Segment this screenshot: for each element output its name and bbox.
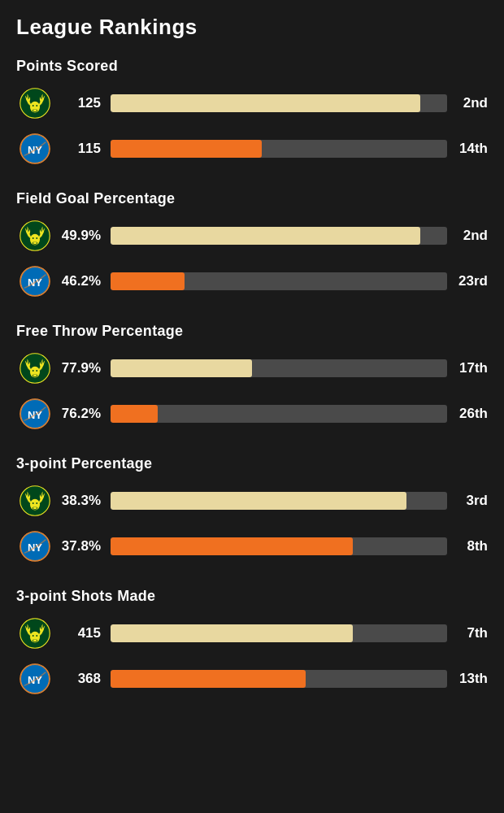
stat-bar-background xyxy=(111,624,447,642)
section-title-fg-pct: Field Goal Percentage xyxy=(16,190,488,207)
section-title-3pt-pct: 3-point Percentage xyxy=(16,455,488,472)
stat-bar-background xyxy=(111,492,447,510)
table-row: 38.3%3rd xyxy=(16,482,488,520)
svg-point-22 xyxy=(33,370,34,372)
rank-label: 2nd xyxy=(457,95,488,111)
team-stat-value: 125 xyxy=(54,95,101,111)
rank-label: 13th xyxy=(457,671,488,687)
table-row: NY 36813th xyxy=(16,660,488,698)
section-title-3pt-made: 3-point Shots Made xyxy=(16,588,488,605)
section-ft-pct: Free Throw Percentage 77.9%17th NY xyxy=(16,323,488,433)
svg-point-31 xyxy=(33,502,34,504)
stat-bar-fill xyxy=(111,359,252,377)
team-stat-value: 46.2% xyxy=(54,273,101,289)
svg-point-23 xyxy=(36,370,37,372)
knicks-logo-icon: NY xyxy=(16,528,54,565)
bucks-logo-icon xyxy=(16,217,54,254)
svg-point-5 xyxy=(36,105,37,107)
stat-bar-background xyxy=(111,227,447,245)
rank-label: 26th xyxy=(457,406,488,422)
section-points-scored: Points Scored 1252nd NY xyxy=(16,58,488,167)
knicks-logo-icon: NY xyxy=(16,263,54,300)
bucks-logo-icon xyxy=(16,615,54,652)
bucks-logo-icon xyxy=(16,482,54,520)
sections-container: Points Scored 1252nd NY xyxy=(16,58,488,698)
stat-bar-background xyxy=(111,94,447,112)
team-stat-value: 77.9% xyxy=(54,360,101,376)
stat-bar-fill xyxy=(111,272,185,290)
svg-point-13 xyxy=(33,237,34,239)
table-row: NY 11514th xyxy=(16,130,488,167)
knicks-logo-icon: NY xyxy=(16,130,54,167)
stat-bar-background xyxy=(111,405,447,423)
bucks-logo-icon xyxy=(16,350,54,387)
stat-bar-fill xyxy=(111,492,406,510)
svg-point-12 xyxy=(33,241,37,244)
team-stat-value: 115 xyxy=(54,141,101,157)
svg-point-41 xyxy=(36,635,37,637)
stat-bar-fill xyxy=(111,537,353,555)
team-stat-value: 76.2% xyxy=(54,406,101,422)
table-row: NY 37.8%8th xyxy=(16,528,488,565)
table-row: NY 46.2%23rd xyxy=(16,263,488,300)
rank-label: 7th xyxy=(457,625,488,641)
svg-point-39 xyxy=(33,639,37,641)
team-stat-value: 368 xyxy=(54,671,101,687)
team-stat-value: 415 xyxy=(54,625,101,641)
rank-label: 2nd xyxy=(457,228,488,244)
svg-point-30 xyxy=(33,506,37,509)
team-stat-value: 38.3% xyxy=(54,493,101,509)
rank-label: 14th xyxy=(457,141,488,157)
stat-bar-fill xyxy=(111,670,306,688)
section-title-ft-pct: Free Throw Percentage xyxy=(16,323,488,340)
stat-bar-fill xyxy=(111,405,158,423)
knicks-logo-icon: NY xyxy=(16,660,54,698)
section-3pt-pct: 3-point Percentage 38.3%3rd NY xyxy=(16,455,488,565)
table-row: 1252nd xyxy=(16,85,488,122)
bucks-logo-icon xyxy=(16,85,54,122)
table-row: NY 76.2%26th xyxy=(16,395,488,433)
team-stat-value: 37.8% xyxy=(54,538,101,554)
rank-label: 8th xyxy=(457,538,488,554)
rank-label: 17th xyxy=(457,360,488,376)
stat-bar-fill xyxy=(111,227,420,245)
svg-point-4 xyxy=(33,105,34,107)
page-title: League Rankings xyxy=(16,15,488,40)
table-row: 49.9%2nd xyxy=(16,217,488,254)
section-title-points-scored: Points Scored xyxy=(16,58,488,75)
stat-bar-background xyxy=(111,359,447,377)
stat-bar-fill xyxy=(111,140,262,158)
team-stat-value: 49.9% xyxy=(54,228,101,244)
svg-point-3 xyxy=(33,109,37,111)
stat-bar-background xyxy=(111,140,447,158)
section-fg-pct: Field Goal Percentage 49.9%2nd NY xyxy=(16,190,488,300)
stat-bar-fill xyxy=(111,94,420,112)
stat-bar-background xyxy=(111,272,447,290)
rank-label: 23rd xyxy=(457,273,488,289)
table-row: 77.9%17th xyxy=(16,350,488,387)
stat-bar-background xyxy=(111,670,447,688)
stat-bar-fill xyxy=(111,624,353,642)
section-3pt-made: 3-point Shots Made 4157th NY xyxy=(16,588,488,698)
rank-label: 3rd xyxy=(457,493,488,509)
svg-point-14 xyxy=(36,237,37,239)
knicks-logo-icon: NY xyxy=(16,395,54,433)
svg-point-40 xyxy=(33,635,34,637)
svg-point-21 xyxy=(33,374,37,376)
stat-bar-background xyxy=(111,537,447,555)
table-row: 4157th xyxy=(16,615,488,652)
svg-point-32 xyxy=(36,502,37,504)
